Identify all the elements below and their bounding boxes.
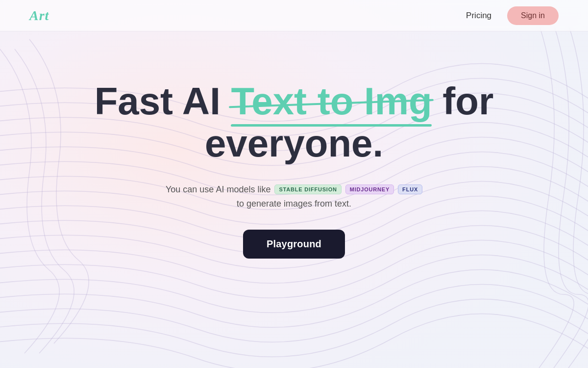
- subtext-before: You can use AI models like: [166, 184, 270, 195]
- headline-accent: Text to Img: [231, 80, 432, 123]
- headline-part1: Fast AI: [95, 79, 231, 123]
- signin-button[interactable]: Sign in: [507, 6, 559, 25]
- nav-right: Pricing Sign in: [466, 6, 559, 25]
- headline: Fast AI Text to Img for everyone.: [74, 80, 514, 165]
- badge-stable-diffusion: STABLE DIFFUSION: [274, 184, 341, 194]
- playground-button[interactable]: Playground: [243, 230, 345, 259]
- badge-flux: FLUX: [398, 184, 422, 194]
- hero-section: Fast AI Text to Img for everyone. You ca…: [0, 31, 588, 259]
- navbar: Art Pricing Sign in: [0, 0, 588, 31]
- logo: Art: [29, 8, 49, 24]
- subtext: You can use AI models like STABLE DIFFUS…: [122, 184, 466, 209]
- pricing-link[interactable]: Pricing: [466, 11, 491, 21]
- subtext-after: to generate images from text.: [237, 199, 351, 209]
- badge-midjourney: MIDJOURNEY: [345, 184, 394, 194]
